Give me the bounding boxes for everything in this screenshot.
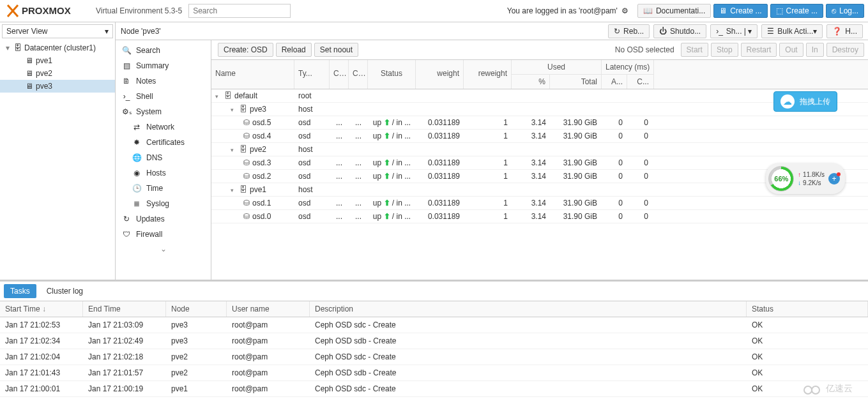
tab-tasks[interactable]: Tasks xyxy=(4,284,36,298)
cogs-icon: ⚙ₛ xyxy=(121,107,132,116)
col-name[interactable]: Name xyxy=(211,60,294,89)
search-icon: 🔍 xyxy=(121,46,132,55)
tree-node-pve3[interactable]: 🖥 pve3 xyxy=(0,80,115,93)
gear-icon[interactable]: ⚙ xyxy=(621,6,628,15)
log-row[interactable]: Jan 17 21:00:01Jan 17 21:00:19pve1root@p… xyxy=(0,381,868,397)
col-reweight[interactable]: reweight xyxy=(464,60,512,89)
dns-icon: 🌐 xyxy=(131,153,142,162)
cell-c2 xyxy=(349,148,368,151)
shell-icon: ›_ xyxy=(121,92,132,101)
nav-item-hosts[interactable]: ◉Hosts xyxy=(116,165,211,181)
cell-weight: 0.031189 xyxy=(416,157,464,169)
svg-text:PROXMOX: PROXMOX xyxy=(22,5,71,16)
col-type[interactable]: Ty... xyxy=(294,60,330,89)
col-end-time[interactable]: End Time xyxy=(83,301,166,317)
destroy-button[interactable]: Destroy xyxy=(826,43,864,57)
nav-item-system[interactable]: ⚙ₛSystem xyxy=(116,104,211,119)
out-button[interactable]: Out xyxy=(779,43,803,57)
osd-row[interactable]: ⛁osd.1osd......up ⬆ / in ...0.03118913.1… xyxy=(211,197,868,210)
nav-item-shell[interactable]: ›_Shell xyxy=(116,89,211,104)
shutdown-button[interactable]: ⏻Shutdo... xyxy=(653,24,706,38)
create-vm-button[interactable]: 🖥Create ... xyxy=(713,4,767,18)
col-c2[interactable]: C... xyxy=(349,60,368,89)
stop-button[interactable]: Stop xyxy=(711,43,738,57)
osd-row[interactable]: ▾🗄defaultroot xyxy=(211,89,868,103)
col-total[interactable]: Total xyxy=(550,75,601,89)
nav-item-syslog[interactable]: ≣Syslog xyxy=(116,196,211,211)
view-selector[interactable]: Server View ▾ xyxy=(2,24,113,38)
cell-total: 31.90 GiB xyxy=(550,157,601,169)
tab-cluster-log[interactable]: Cluster log xyxy=(40,284,89,298)
cell-pct: 3.14 xyxy=(512,170,550,182)
search-input[interactable] xyxy=(188,4,291,18)
col-latency-c[interactable]: C... xyxy=(627,75,653,89)
nav-item-firewall[interactable]: 🛡Firewall xyxy=(116,227,211,242)
documentation-button[interactable]: 📖Documentati... xyxy=(637,4,711,18)
cloud-icon: ☁ xyxy=(780,94,795,109)
login-status: You are logged in as 'root@pam' xyxy=(507,6,618,15)
osd-row[interactable]: ▾🗄pve2host xyxy=(211,143,868,156)
cell-name: ▾🗄pve2 xyxy=(211,144,294,155)
nav-item-time[interactable]: 🕒Time xyxy=(116,181,211,196)
gauge-add-button[interactable]: + xyxy=(828,173,840,184)
col-pct[interactable]: % xyxy=(512,75,550,89)
monitor-icon: 🖥 xyxy=(719,6,727,15)
col-status[interactable]: Status xyxy=(368,60,416,89)
cell-type: osd xyxy=(294,170,330,182)
osd-row[interactable]: ⛁osd.5osd......up ⬆ / in ...0.03118913.1… xyxy=(211,116,868,130)
nav-item-network[interactable]: ⇄Network xyxy=(116,119,211,135)
nav-item-updates[interactable]: ↻Updates xyxy=(116,211,211,227)
log-row[interactable]: Jan 17 21:02:53Jan 17 21:03:09pve3root@p… xyxy=(0,317,868,333)
osd-row[interactable]: ⛁osd.4osd......up ⬆ / in ...0.03118913.1… xyxy=(211,130,868,143)
create-ct-button[interactable]: ⬚Create ... xyxy=(770,4,823,18)
osd-row[interactable]: ⛁osd.0osd......up ⬆ / in ...0.03118913.1… xyxy=(211,210,868,223)
speed-gauge-widget[interactable]: 66% ↑ 11.8K/s ↓ 9.2K/s + xyxy=(766,163,845,194)
nav-item-certificates[interactable]: ✸Certificates xyxy=(116,135,211,150)
cell-name: ▾🗄pve3 xyxy=(211,103,294,115)
cell-reweight: 1 xyxy=(464,130,512,142)
reboot-button[interactable]: ↻Reb... xyxy=(608,24,650,38)
cell-status xyxy=(368,108,416,110)
cell-latency-c: 0 xyxy=(627,130,652,142)
logout-button[interactable]: ⎋Log... xyxy=(826,4,864,18)
help-button[interactable]: ❓H... xyxy=(826,24,863,38)
col-description[interactable]: Description xyxy=(310,301,747,317)
bulk-actions-button[interactable]: ☰Bulk Acti... ▾ xyxy=(761,24,823,38)
tree-datacenter[interactable]: ▾ 🗄 Datacenter (cluster1) xyxy=(0,41,115,54)
col-start-time[interactable]: Start Time ↓ xyxy=(0,301,83,317)
create-osd-button[interactable]: Create: OSD xyxy=(218,43,273,57)
col-weight[interactable]: weight xyxy=(416,60,464,89)
log-row[interactable]: Jan 17 21:02:34Jan 17 21:02:49pve3root@p… xyxy=(0,333,868,349)
tree-node-pve1[interactable]: 🖥 pve1 xyxy=(0,54,115,67)
nav-item-summary[interactable]: ▤Summary xyxy=(116,58,211,73)
shell-button[interactable]: ›_Sh... | ▾ xyxy=(710,24,758,38)
nav-item-search[interactable]: 🔍Search xyxy=(116,43,211,58)
col-latency-a[interactable]: A... xyxy=(602,75,627,89)
log-row[interactable]: Jan 17 21:01:43Jan 17 21:01:57pve2root@p… xyxy=(0,365,868,381)
reload-button[interactable]: Reload xyxy=(276,43,312,57)
collapse-icon[interactable]: ▾ xyxy=(4,43,11,52)
osd-row[interactable]: ▾🗄pve3host xyxy=(211,103,868,116)
tree-node-pve2[interactable]: 🖥 pve2 xyxy=(0,67,115,80)
cell-user: root@pam xyxy=(227,317,310,333)
col-c1[interactable]: C... xyxy=(330,60,349,89)
cell-c1: ... xyxy=(330,130,349,142)
cell-c2: ... xyxy=(349,157,368,169)
col-user[interactable]: User name xyxy=(227,301,310,317)
cell-total xyxy=(550,108,601,110)
col-status[interactable]: Status xyxy=(747,301,868,317)
in-button[interactable]: In xyxy=(806,43,824,57)
start-button[interactable]: Start xyxy=(681,43,708,57)
log-row[interactable]: Jan 17 21:02:04Jan 17 21:02:18pve2root@p… xyxy=(0,349,868,365)
restart-button[interactable]: Restart xyxy=(741,43,777,57)
gauge-circle: 66% xyxy=(768,166,794,192)
col-node[interactable]: Node xyxy=(166,301,227,317)
host-icon: 🗄 xyxy=(240,145,247,154)
nav-more[interactable]: ⌄ xyxy=(116,242,211,256)
set-noout-button[interactable]: Set noout xyxy=(314,43,358,57)
upload-widget[interactable]: ☁ 拖拽上传 xyxy=(773,91,837,112)
grid-header-row: Name Ty... C... C... Status weight rewei… xyxy=(211,60,868,89)
nav-item-dns[interactable]: 🌐DNS xyxy=(116,150,211,165)
cell-weight: 0.031189 xyxy=(416,197,464,209)
nav-item-notes[interactable]: 🗎Notes xyxy=(116,73,211,89)
